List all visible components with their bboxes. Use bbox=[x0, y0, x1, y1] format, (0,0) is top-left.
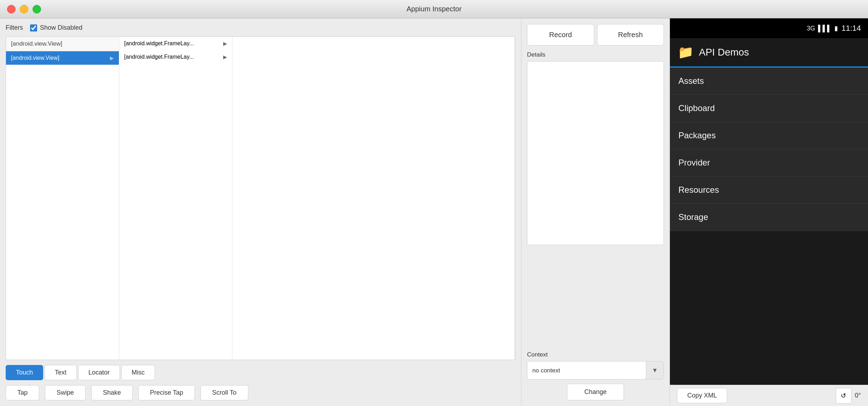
record-button[interactable]: Record bbox=[527, 24, 594, 46]
tree-item-framelayout-2[interactable]: [android.widget.FrameLay... ▶ bbox=[119, 50, 232, 64]
android-screen: 3G ▌▌▌ ▮ 11:14 📁 API Demos Assets Cli bbox=[670, 18, 868, 385]
show-disabled-label[interactable]: Show Disabled bbox=[30, 24, 82, 31]
app-title: API Demos bbox=[699, 47, 749, 58]
tab-touch[interactable]: Touch bbox=[6, 365, 43, 380]
show-disabled-text: Show Disabled bbox=[40, 24, 82, 31]
list-item-label-assets: Assets bbox=[678, 76, 704, 86]
tab-misc[interactable]: Misc bbox=[121, 365, 155, 380]
battery-icon: ▮ bbox=[834, 24, 838, 32]
tree-area: [android.view.View] [android.view.View] … bbox=[6, 36, 515, 360]
traffic-lights bbox=[7, 5, 41, 13]
list-item-label-clipboard: Clipboard bbox=[678, 103, 715, 113]
signal-bars-icon: ▌▌▌ bbox=[818, 25, 832, 32]
scroll-to-button[interactable]: Scroll To bbox=[201, 385, 248, 400]
chevron-right-icon: ▶ bbox=[110, 55, 114, 61]
list-item-label-resources: Resources bbox=[678, 185, 719, 195]
tabs-row: Touch Text Locator Misc bbox=[6, 365, 515, 380]
details-label: Details bbox=[527, 51, 664, 58]
tree-item-label-2: [android.widget.FrameLay... bbox=[124, 54, 194, 60]
folder-icon: 📁 bbox=[677, 44, 694, 61]
tree-root-item[interactable]: [android.view.View] ▶ bbox=[6, 51, 119, 65]
tree-header-1: [android.view.View] bbox=[6, 37, 119, 51]
top-buttons: Record Refresh bbox=[527, 24, 664, 46]
context-select[interactable]: no context bbox=[527, 363, 646, 378]
rotate-section: ↺ 0° bbox=[836, 388, 861, 404]
window-title: Appium Inspector bbox=[406, 5, 462, 13]
precise-tap-button[interactable]: Precise Tap bbox=[138, 385, 195, 400]
list-item-label-provider: Provider bbox=[678, 158, 710, 167]
android-bottom-bar: Copy XML ↺ 0° bbox=[670, 385, 868, 406]
android-app-header: 📁 API Demos bbox=[670, 38, 868, 68]
bottom-toolbar: Touch Text Locator Misc Tap Swipe Shake … bbox=[6, 365, 515, 400]
status-time: 11:14 bbox=[841, 24, 861, 33]
change-button[interactable]: Change bbox=[567, 384, 624, 400]
list-item-clipboard[interactable]: Clipboard bbox=[670, 95, 868, 122]
close-button[interactable] bbox=[7, 5, 16, 13]
title-bar: Appium Inspector bbox=[0, 0, 868, 18]
tab-locator[interactable]: Locator bbox=[78, 365, 120, 380]
tree-root-item-label: [android.view.View] bbox=[11, 55, 59, 61]
signal-icon: 3G bbox=[807, 25, 815, 32]
android-status-bar: 3G ▌▌▌ ▮ 11:14 bbox=[670, 18, 868, 38]
minimize-button[interactable] bbox=[20, 5, 28, 13]
filters-label: Filters bbox=[6, 24, 23, 31]
tree-item-framelayout-1[interactable]: [android.widget.FrameLay... ▶ bbox=[119, 37, 232, 50]
context-select-wrapper: no context ▼ bbox=[527, 361, 664, 379]
maximize-button[interactable] bbox=[33, 5, 41, 13]
list-item-label-packages: Packages bbox=[678, 130, 716, 140]
filters-row: Filters Show Disabled bbox=[6, 24, 515, 31]
copy-xml-button[interactable]: Copy XML bbox=[677, 388, 727, 403]
refresh-button[interactable]: Refresh bbox=[597, 24, 664, 46]
left-panel: Filters Show Disabled [android.view.View… bbox=[0, 18, 521, 406]
context-label: Context bbox=[527, 351, 664, 358]
swipe-button[interactable]: Swipe bbox=[45, 385, 86, 400]
app-icon: 📁 bbox=[678, 45, 694, 60]
chevron-down-icon: ▼ bbox=[652, 367, 658, 374]
tree-column-3 bbox=[232, 37, 515, 360]
list-item-storage[interactable]: Storage bbox=[670, 204, 868, 231]
list-item-provider[interactable]: Provider bbox=[670, 149, 868, 176]
details-section: Details bbox=[527, 51, 664, 245]
rotate-degrees: 0° bbox=[855, 392, 861, 399]
chevron-right-icon-3: ▶ bbox=[223, 54, 227, 60]
chevron-right-icon-2: ▶ bbox=[223, 41, 227, 46]
action-buttons-row: Tap Swipe Shake Precise Tap Scroll To bbox=[6, 385, 515, 400]
tree-column-1: [android.view.View] [android.view.View] … bbox=[6, 37, 119, 360]
shake-button[interactable]: Shake bbox=[91, 385, 133, 400]
middle-panel: Record Refresh Details Context no contex… bbox=[521, 18, 670, 406]
list-item-label-storage: Storage bbox=[678, 212, 708, 222]
status-icons: 3G ▌▌▌ ▮ bbox=[807, 24, 838, 32]
list-item-packages[interactable]: Packages bbox=[670, 122, 868, 149]
tap-button[interactable]: Tap bbox=[6, 385, 39, 400]
context-dropdown-arrow[interactable]: ▼ bbox=[646, 361, 664, 379]
list-item-resources[interactable]: Resources bbox=[670, 176, 868, 204]
right-panel: 3G ▌▌▌ ▮ 11:14 📁 API Demos Assets Cli bbox=[670, 18, 868, 406]
tree-item-label-1: [android.widget.FrameLay... bbox=[124, 40, 194, 47]
main-container: Filters Show Disabled [android.view.View… bbox=[0, 18, 868, 406]
android-list: Assets Clipboard Packages Provider Resou… bbox=[670, 68, 868, 231]
tab-text[interactable]: Text bbox=[45, 365, 77, 380]
show-disabled-checkbox[interactable] bbox=[30, 24, 37, 31]
list-item-assets[interactable]: Assets bbox=[670, 68, 868, 95]
tree-column-2: [android.widget.FrameLay... ▶ [android.w… bbox=[119, 37, 232, 360]
rotate-button[interactable]: ↺ bbox=[836, 388, 851, 404]
context-section: Context no context ▼ Change bbox=[527, 351, 664, 400]
details-box bbox=[527, 61, 664, 245]
